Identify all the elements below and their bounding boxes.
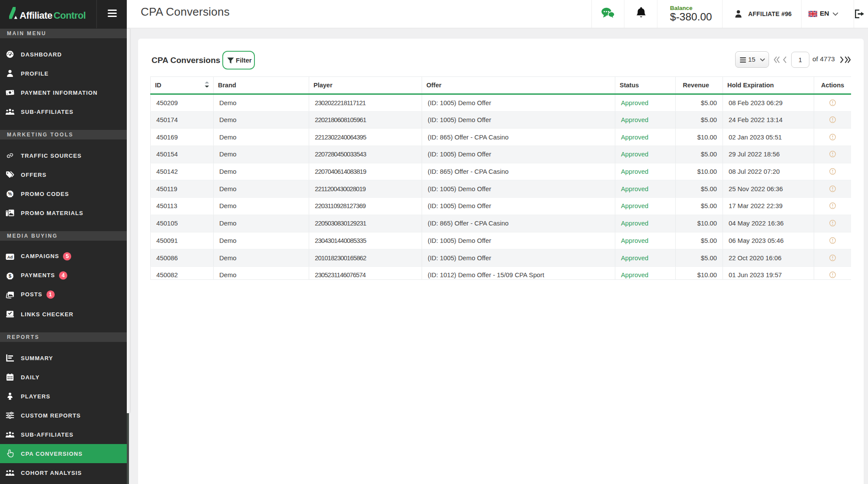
svg-text:Ad: Ad (7, 255, 13, 259)
svg-text:%: % (8, 192, 12, 196)
svg-text:$: $ (9, 273, 12, 278)
